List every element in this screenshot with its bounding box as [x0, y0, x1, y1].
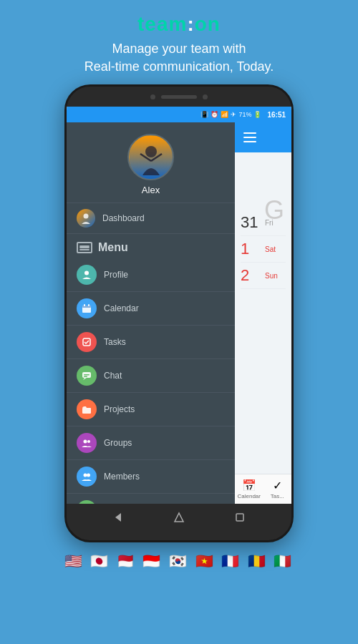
svg-rect-8 — [82, 306, 91, 308]
tab-calendar-label: Calendar — [238, 493, 261, 499]
user-name: Alex — [67, 185, 235, 195]
tasks-label: Tasks — [104, 337, 126, 347]
right-panel: G 31 Fri 1 Sat 2 Sun — [235, 122, 291, 504]
projects-label: Projects — [104, 404, 135, 414]
home-button[interactable] — [171, 509, 187, 525]
wifi-icon: 📶 — [221, 111, 228, 118]
flags-row: 🇺🇸 🇯🇵 🇲🇨 🇮🇩 🇰🇷 🇻🇳 🇫🇷 🇷🇴 🇮🇹 — [0, 542, 358, 577]
svg-rect-9 — [84, 304, 85, 306]
vibrate-icon: 📳 — [200, 111, 208, 118]
hamburger-line-1 — [243, 132, 256, 134]
app-logo: team:on — [14, 13, 344, 36]
battery-level: 71% — [238, 111, 251, 118]
calendar-icon — [77, 298, 97, 318]
logo-text: team — [137, 13, 187, 35]
flag-id: 🇮🇩 — [142, 553, 163, 569]
screen-content: Alex Dashboard — [67, 122, 291, 504]
status-bar: 📳 ⏰ 📶 ✈ 71% 🔋 16:51 — [67, 107, 291, 122]
alarm-icon: ⏰ — [211, 111, 218, 118]
svg-rect-10 — [88, 304, 90, 306]
notification-dot — [203, 94, 208, 99]
chat-icon — [77, 366, 97, 386]
flag-vn: 🇻🇳 — [195, 553, 216, 569]
tab-calendar[interactable]: 📅 Calendar — [235, 474, 263, 504]
avatar[interactable] — [127, 134, 174, 180]
top-branding: team:on Manage your team with Real-time … — [0, 0, 358, 84]
tab-tasks-icon: ✓ — [273, 479, 282, 492]
svg-point-1 — [145, 146, 157, 157]
battery-icon: 🔋 — [253, 111, 261, 118]
date-row-1: 1 Sat — [241, 236, 286, 263]
back-button[interactable] — [110, 509, 126, 525]
svg-point-19 — [84, 474, 87, 477]
phone-frame: 📳 ⏰ 📶 ✈ 71% 🔋 16:51 — [64, 84, 294, 542]
sidebar-item-calendar[interactable]: Calendar — [67, 292, 235, 326]
status-icons: 📳 ⏰ 📶 ✈ 71% 🔋 — [200, 111, 261, 118]
groups-icon — [77, 433, 97, 453]
calendar-bg-letter: G — [264, 195, 284, 225]
menu-header: Menu — [67, 234, 235, 258]
profile-icon — [77, 265, 97, 285]
dashboard-avatar — [77, 209, 95, 228]
status-time: 16:51 — [267, 111, 286, 119]
date-day-sun: Sun — [265, 272, 278, 280]
right-panel-header — [235, 122, 291, 152]
flag-fr: 🇫🇷 — [221, 553, 241, 569]
tasks-icon — [77, 332, 97, 352]
projects-icon — [77, 399, 97, 419]
sidebar-item-members[interactable]: Members — [67, 460, 235, 494]
date-num-1: 1 — [241, 240, 262, 258]
flag-mc: 🇲🇨 — [117, 553, 137, 569]
logo-suffix: on — [195, 13, 221, 35]
groups-label: Groups — [104, 438, 132, 448]
svg-point-5 — [84, 214, 89, 219]
phone-screen: 📳 ⏰ 📶 ✈ 71% 🔋 16:51 — [67, 107, 291, 504]
svg-rect-15 — [84, 376, 87, 378]
tagline-line1: Manage your team with — [112, 42, 246, 56]
date-num-2: 2 — [241, 266, 262, 285]
hamburger-button[interactable] — [243, 132, 256, 142]
sidebar-item-chat[interactable]: Chat — [67, 359, 235, 393]
recent-apps-button[interactable] — [232, 509, 248, 525]
tagline: Manage your team with Real-time communic… — [14, 40, 344, 76]
camera-dot — [150, 94, 155, 99]
menu-line-3 — [79, 249, 90, 250]
sidebar-profile: Alex — [67, 122, 235, 203]
tab-tasks-label: Tas... — [271, 493, 284, 499]
date-row-2: 2 Sun — [241, 263, 286, 289]
svg-rect-25 — [236, 514, 243, 521]
phone-bottom-nav — [67, 504, 291, 531]
svg-point-20 — [87, 474, 90, 477]
sidebar-item-files[interactable]: Files — [67, 494, 235, 504]
flag-it: 🇮🇹 — [274, 553, 294, 569]
members-label: Members — [104, 472, 140, 482]
sidebar-item-tasks[interactable]: Tasks — [67, 326, 235, 359]
sidebar-item-groups[interactable]: Groups — [67, 426, 235, 460]
svg-point-17 — [84, 440, 87, 444]
tagline-line2: Real-time communication, Today. — [84, 59, 274, 74]
members-icon — [77, 467, 97, 487]
flag-us: 🇺🇸 — [64, 553, 84, 569]
calendar-label: Calendar — [104, 303, 139, 313]
dashboard-item[interactable]: Dashboard — [67, 203, 235, 234]
right-panel-content: G 31 Fri 1 Sat 2 Sun — [235, 152, 291, 474]
flag-ro: 🇷🇴 — [248, 553, 268, 569]
hamburger-line-2 — [243, 137, 256, 138]
svg-rect-16 — [82, 408, 91, 414]
tab-calendar-icon: 📅 — [242, 479, 256, 492]
svg-rect-14 — [84, 374, 90, 376]
files-icon — [77, 500, 97, 504]
date-num-31: 31 — [241, 213, 262, 232]
svg-point-6 — [84, 271, 89, 275]
date-day-sat: Sat — [265, 245, 276, 253]
flag-kr: 🇰🇷 — [169, 553, 189, 569]
logo-colon: : — [187, 13, 194, 35]
speaker — [161, 95, 197, 99]
chat-label: Chat — [104, 371, 122, 381]
svg-marker-23 — [115, 513, 121, 522]
svg-marker-13 — [83, 378, 87, 380]
tab-tasks[interactable]: ✓ Tas... — [263, 474, 292, 504]
profile-label: Profile — [104, 270, 128, 280]
sidebar-item-profile[interactable]: Profile — [67, 258, 235, 292]
sidebar-item-projects[interactable]: Projects — [67, 393, 235, 426]
